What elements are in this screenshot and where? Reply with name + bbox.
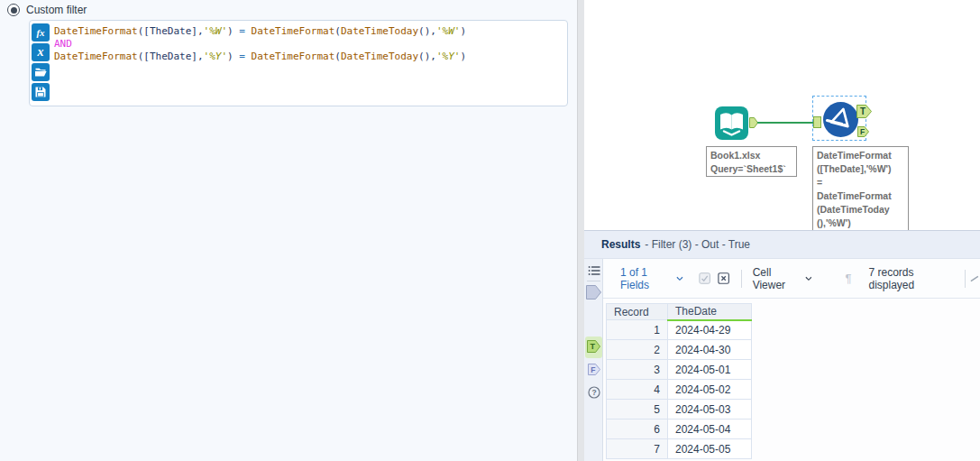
date-cell[interactable]: 2024-05-03 <box>668 400 752 420</box>
partial-edge-icon[interactable] <box>970 273 980 284</box>
fields-dropdown[interactable]: 1 of 1 Fields <box>620 266 683 291</box>
filter-funnel-icon <box>822 101 859 138</box>
deselect-fields-icon[interactable] <box>718 272 729 285</box>
toolbar-separator <box>741 270 742 288</box>
date-cell[interactable]: 2024-04-29 <box>668 320 752 340</box>
record-cell[interactable]: 3 <box>607 360 668 380</box>
table-row[interactable]: 52024-05-03 <box>607 400 752 420</box>
svg-text:T: T <box>860 106 866 116</box>
custom-filter-radio-row[interactable]: Custom filter <box>7 4 87 16</box>
toolbar-separator <box>965 270 966 288</box>
custom-filter-label: Custom filter <box>26 4 87 16</box>
record-cell[interactable]: 4 <box>607 380 668 400</box>
chevron-down-icon <box>805 276 812 281</box>
chevron-down-icon <box>676 276 683 281</box>
filter-tool-annotation[interactable]: DateTimeFormat([TheDate],'%W')=DateTimeF… <box>812 146 909 230</box>
records-count: 7 records displayed <box>868 266 951 291</box>
date-cell[interactable]: 2024-05-01 <box>668 360 752 380</box>
open-book-icon <box>715 106 748 140</box>
svg-text:F: F <box>860 127 865 136</box>
results-table: Record TheDate 12024-04-2922024-04-30320… <box>606 303 752 459</box>
panel-splitter[interactable] <box>577 0 584 461</box>
date-cell[interactable]: 2024-04-30 <box>668 340 752 360</box>
select-fields-checkbox-icon[interactable] <box>699 272 710 285</box>
record-cell[interactable]: 7 <box>607 439 668 459</box>
svg-text:F: F <box>591 365 595 374</box>
table-row[interactable]: 72024-05-05 <box>607 439 752 459</box>
editor-icon-column: fx x <box>32 23 50 101</box>
sidebar-false-anchor-icon[interactable]: F <box>584 364 603 375</box>
table-row[interactable]: 32024-05-01 <box>607 360 752 380</box>
record-cell[interactable]: 6 <box>607 420 668 439</box>
results-table-body: 12024-04-2922024-04-3032024-05-0142024-0… <box>607 320 752 459</box>
workflow-canvas[interactable]: T F Book1.xlsxQuery=`Sheet1$` DateTimeFo… <box>584 0 980 230</box>
all-output-anchor-icon[interactable] <box>584 285 603 300</box>
radio-selected-icon[interactable] <box>7 4 20 16</box>
sidebar-true-anchor-icon[interactable]: T <box>584 340 603 353</box>
date-cell[interactable]: 2024-05-02 <box>668 380 752 400</box>
svg-text:?: ? <box>591 388 596 397</box>
input-tool-annotation[interactable]: Book1.xlsxQuery=`Sheet1$` <box>706 146 797 177</box>
table-header-row: Record TheDate <box>607 304 752 320</box>
date-cell[interactable]: 2024-05-04 <box>668 420 752 439</box>
results-sidebar: T F ? <box>584 259 603 461</box>
help-icon[interactable]: ? <box>584 386 603 399</box>
column-header-record[interactable]: Record <box>607 304 668 320</box>
input-data-tool[interactable] <box>715 106 748 140</box>
show-whitespace-icon[interactable]: ¶ <box>845 272 851 285</box>
table-row[interactable]: 22024-04-30 <box>607 340 752 360</box>
results-panel: Results - Filter (3) - Out - True T <box>584 230 980 461</box>
save-expression-icon[interactable] <box>32 83 50 101</box>
records-list-icon[interactable] <box>584 265 603 276</box>
table-row[interactable]: 62024-05-04 <box>607 420 752 439</box>
variables-icon[interactable]: x <box>32 43 50 61</box>
expression-code[interactable]: DateTimeFormat([TheDate],'%W') = DateTim… <box>54 25 563 102</box>
table-row[interactable]: 12024-04-29 <box>607 320 752 340</box>
table-row[interactable]: 42024-05-02 <box>607 380 752 400</box>
results-subtitle: - Filter (3) - Out - True <box>645 238 750 251</box>
open-expression-icon[interactable] <box>32 63 50 81</box>
filter-true-anchor[interactable]: T <box>856 105 872 118</box>
expression-editor[interactable]: fx x DateTimeFormat([ <box>29 20 568 106</box>
date-cell[interactable]: 2024-05-05 <box>668 439 752 459</box>
results-title: Results <box>601 238 640 251</box>
record-cell[interactable]: 1 <box>607 320 668 340</box>
connection-line[interactable] <box>757 122 815 124</box>
results-toolbar: 1 of 1 Fields Cell Viewer ¶ 7 records di… <box>603 259 980 299</box>
record-cell[interactable]: 5 <box>607 400 668 420</box>
filter-tool[interactable] <box>822 101 859 142</box>
results-header: Results - Filter (3) - Out - True <box>584 231 980 259</box>
functions-icon[interactable]: fx <box>32 23 50 41</box>
column-header-thedate[interactable]: TheDate <box>668 304 752 320</box>
svg-text:T: T <box>590 342 595 351</box>
filter-false-anchor[interactable]: F <box>857 126 869 137</box>
record-cell[interactable]: 2 <box>607 340 668 360</box>
filter-input-anchor[interactable] <box>813 116 821 128</box>
cell-viewer-dropdown[interactable]: Cell Viewer <box>753 266 812 291</box>
filter-config-panel: Custom filter fx x <box>0 0 577 461</box>
